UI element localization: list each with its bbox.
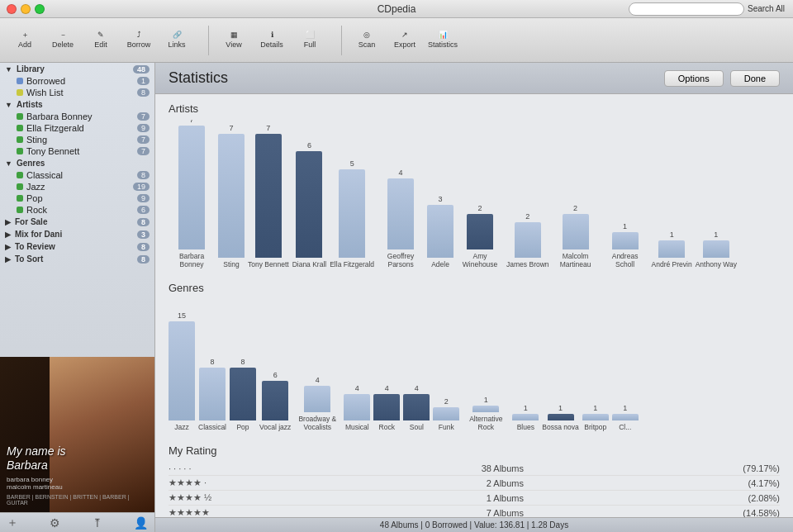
sidebar-section-artists[interactable]: ▼ Artists (0, 98, 154, 111)
view-button[interactable]: ▦ View (216, 21, 252, 60)
scan-button[interactable]: ◎ Scan (349, 21, 385, 60)
sidebar-item-sting[interactable]: Sting 7 (0, 134, 154, 145)
bar (255, 134, 282, 258)
sidebar-item-borrowed[interactable]: Borrowed 1 (0, 75, 154, 87)
options-button[interactable]: Options (664, 70, 724, 87)
sidebar-rock-label: Rock (26, 205, 47, 215)
bar-item: 1 Anthony Way (696, 230, 737, 268)
bar-item: 1 Alternative Rock (463, 396, 509, 431)
delete-button[interactable]: － Delete (45, 21, 81, 60)
sidebar-mixfordani-badge: 3 (137, 230, 150, 239)
toolbar-separator-1 (208, 26, 209, 55)
sidebar-item-tosort[interactable]: ▶ To Sort 8 (0, 253, 154, 265)
sidebar-item-jazz[interactable]: Jazz 19 (0, 181, 154, 192)
bar-item: 1 Cl... (612, 404, 639, 431)
bar-value: 2 (478, 204, 482, 212)
search-input[interactable] (629, 2, 744, 16)
jazz-dot (17, 183, 23, 190)
bar-value: 2 (573, 204, 577, 212)
bar (373, 394, 400, 420)
user-button[interactable]: 👤 (134, 516, 148, 530)
bar-label: Amy Winehouse (457, 252, 503, 268)
chevron-right-icon-forsale: ▶ (5, 218, 11, 226)
rating-row: ★★★★ · 2 Albums (4.17%) (169, 476, 780, 491)
sidebar-item-rock[interactable]: Rock 6 (0, 204, 154, 216)
bar-value: 4 (415, 384, 419, 392)
chevron-down-icon-genres: ▼ (5, 159, 12, 168)
sidebar-item-pop[interactable]: Pop 9 (0, 192, 154, 204)
sidebar-pop-label: Pop (26, 193, 43, 203)
bar-label: Cl... (619, 423, 631, 431)
links-button[interactable]: 🔗 Links (159, 21, 195, 60)
chevron-down-icon: ▼ (5, 65, 12, 74)
bar (296, 151, 322, 258)
sidebar-item-classical[interactable]: Classical 8 (0, 169, 154, 181)
sidebar-forsale-badge: 8 (137, 218, 150, 226)
import-button[interactable]: ⤒ (93, 516, 102, 530)
borrow-button[interactable]: ⤴ Borrow (121, 21, 157, 60)
pop-dot (17, 195, 23, 202)
full-button[interactable]: ⬜ Full (292, 21, 328, 60)
rating-count: 7 Albums (458, 508, 524, 518)
sidebar-sting-label: Sting (26, 135, 47, 145)
bar-label: Sting (223, 260, 239, 268)
bar (612, 414, 639, 420)
sidebar-item-wishlist[interactable]: Wish List 8 (0, 87, 154, 98)
sidebar-item-tony[interactable]: Tony Bennett 7 (0, 145, 154, 157)
add-playlist-button[interactable]: ＋ (7, 515, 18, 530)
bar-item: 5 Ella Fitzgerald (330, 159, 374, 268)
export-button[interactable]: ↗ Export (387, 21, 423, 60)
bar-label: Alternative Rock (463, 415, 509, 431)
album-art: My name isBarbara barbara bonneymalcolm … (0, 357, 155, 512)
bar (199, 368, 226, 420)
sidebar-item-ella[interactable]: Ella Fitzgerald 9 (0, 122, 154, 134)
barbara-dot (17, 113, 23, 120)
done-button[interactable]: Done (730, 70, 780, 87)
bar (548, 414, 574, 420)
bar-label: Geoffrey Parsons (378, 252, 424, 268)
bar-value: 4 (385, 384, 389, 392)
bar-value: 1 (714, 230, 718, 239)
toolbar: ＋ Add － Delete ✎ Edit ⤴ Borrow 🔗 Links ▦… (0, 18, 793, 63)
sidebar-item-toreview[interactable]: ▶ To Review 8 (0, 240, 154, 253)
sidebar-jazz-label: Jazz (26, 182, 45, 192)
rating-pct: (4.17%) (714, 478, 780, 488)
search-area: Search All (629, 2, 785, 16)
toolbar-group-2: ▦ View ℹ Details ⬜ Full (216, 21, 328, 60)
bar-label: André Previn (652, 260, 692, 268)
close-button[interactable] (7, 4, 17, 14)
sidebar-item-forsale[interactable]: ▶ For Sale 8 (0, 216, 154, 228)
charts-area: Artists 7 Barbara Bonney 7 Sting 7 Tony … (155, 94, 793, 517)
bar-item: 4 Rock (373, 384, 400, 431)
gear-button[interactable]: ⚙ (50, 516, 60, 530)
maximize-button[interactable] (35, 4, 45, 14)
bar-value: 2 (444, 397, 449, 406)
sidebar-rock-badge: 6 (137, 206, 150, 214)
add-button[interactable]: ＋ Add (7, 21, 43, 60)
rating-count: 1 Albums (458, 493, 524, 503)
rating-stars: ★★★★ · (169, 477, 268, 488)
toolbar-group-1: ＋ Add － Delete ✎ Edit ⤴ Borrow 🔗 Links (7, 21, 195, 60)
sidebar-library-badge: 48 (133, 65, 150, 74)
bar (304, 386, 330, 412)
bar-value: 5 (350, 159, 354, 168)
sidebar-item-mixfordani[interactable]: ▶ Mix for Dani 3 (0, 228, 154, 240)
bar (563, 214, 589, 249)
edit-button[interactable]: ✎ Edit (83, 21, 119, 60)
sidebar-section-library[interactable]: ▼ Library 48 (0, 63, 154, 75)
details-button[interactable]: ℹ Details (254, 21, 290, 60)
bar-label: Blues (517, 423, 534, 431)
bar-value: 3 (439, 195, 443, 203)
bar-item: 2 Malcolm Martineau (553, 204, 599, 268)
minimize-button[interactable] (21, 4, 31, 14)
statistics-button[interactable]: 📊 Statistics (425, 21, 461, 60)
sidebar-library-label: Library (17, 64, 45, 74)
sidebar-borrowed-badge: 1 (137, 77, 150, 85)
sidebar-section-genres[interactable]: ▼ Genres (0, 157, 154, 169)
artists-chart-section: Artists 7 Barbara Bonney 7 Sting 7 Tony … (169, 102, 780, 268)
sidebar-item-barbara[interactable]: Barbara Bonney 7 (0, 111, 154, 122)
artists-chart-title: Artists (169, 102, 780, 115)
bar-value: 1 (593, 404, 597, 412)
bar-value: 15 (178, 311, 186, 320)
bar-item: 1 Bossa nova (542, 404, 578, 431)
